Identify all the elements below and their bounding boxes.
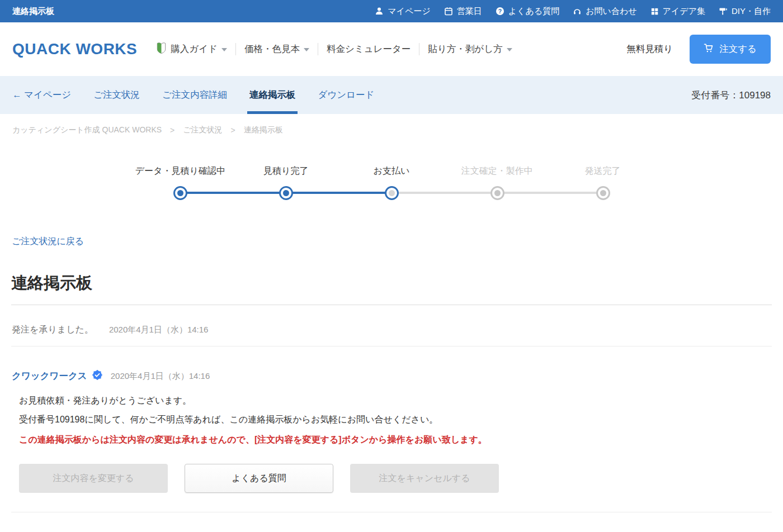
chevron-down-icon xyxy=(221,48,227,51)
change-order-button: 注文内容を変更する xyxy=(19,464,168,493)
message-timestamp: 2020年4月1日（水）14:16 xyxy=(111,371,210,382)
topbar-item-faq[interactable]: ? よくある質問 xyxy=(496,6,559,17)
heading-divider xyxy=(11,305,772,305)
nav-item-fee-simulator[interactable]: 料金シミュレーター xyxy=(327,43,411,55)
topbar-item-mypage[interactable]: マイページ xyxy=(375,6,430,17)
stepper-connector xyxy=(286,192,392,194)
step-node-done-1 xyxy=(173,186,187,200)
breadcrumb-separator: > xyxy=(170,126,174,135)
message-author-row: クワックワークス 2020年4月1日（水）14:16 xyxy=(12,370,783,382)
nav-divider xyxy=(235,43,236,55)
nav-item-label: 貼り方・剥がし方 xyxy=(428,43,502,55)
chevron-down-icon xyxy=(304,48,309,51)
system-message-text: 発注を承りました。 xyxy=(12,324,93,336)
topbar-menu: マイページ 営業日 ? よくある質問 お問い合わせ アイデア集 DIY・自作 xyxy=(375,6,771,17)
order-number: 受付番号：109198 xyxy=(691,76,771,114)
breadcrumb-separator: > xyxy=(231,126,235,135)
stepper-labels: データ・見積り確認中 見積り完了 お支払い 注文確定・製作中 発送完了 xyxy=(128,165,655,177)
question-icon: ? xyxy=(496,7,504,16)
nav-item-label: 価格・色見本 xyxy=(244,43,300,55)
topbar-item-label: マイページ xyxy=(388,6,430,17)
subnav-back-mypage[interactable]: ← マイページ xyxy=(12,76,71,114)
topbar-item-diy[interactable]: DIY・自作 xyxy=(719,6,771,17)
step-node-pending-1 xyxy=(490,186,504,200)
order-button-label: 注文する xyxy=(719,43,757,55)
faq-button[interactable]: よくある質問 xyxy=(185,464,333,493)
main-header: QUACK WORKS 購入ガイド 価格・色見本 料金シミュレーター 貼り方・剥… xyxy=(0,22,783,76)
message-body: お見積依頼・発注ありがとうございます。 受付番号109198に関して、何かご不明… xyxy=(19,391,783,429)
message-author[interactable]: クワックワークス xyxy=(12,370,87,382)
calendar-icon xyxy=(444,7,453,16)
topbar-page-title: 連絡掲示板 xyxy=(12,6,54,17)
page-title: 連絡掲示板 xyxy=(11,272,783,294)
step-label-data-quote-check: データ・見積り確認中 xyxy=(128,165,233,177)
tab-order-status[interactable]: ご注文状況 xyxy=(93,76,140,114)
user-icon xyxy=(375,7,384,16)
top-utility-bar: 連絡掲示板 マイページ 営業日 ? よくある質問 お問い合わせ アイデア集 DI… xyxy=(0,0,783,22)
step-label-payment: お支払い xyxy=(339,165,445,177)
breadcrumb-current: 連絡掲示板 xyxy=(244,125,283,135)
cart-icon xyxy=(704,43,714,55)
system-message: 発注を承りました。 2020年4月1日（水）14:16 xyxy=(12,324,783,336)
message-line-2: 受付番号109198に関して、何かご不明点等あれば、この連絡掲示板からお気軽にお… xyxy=(19,410,783,429)
message-warning-text: この連絡掲示板からは注文内容の変更は承れませんので、[注文内容を変更する]ボタン… xyxy=(19,430,783,449)
message-line-1: お見積依頼・発注ありがとうございます。 xyxy=(19,391,783,410)
action-button-row: 注文内容を変更する よくある質問 注文をキャンセルする xyxy=(19,464,783,493)
topbar-item-label: DIY・自作 xyxy=(732,6,771,17)
tab-download[interactable]: ダウンロード xyxy=(318,76,374,114)
headset-icon xyxy=(573,7,582,16)
order-progress-stepper: データ・見積り確認中 見積り完了 お支払い 注文確定・製作中 発送完了 xyxy=(128,165,655,200)
topbar-item-label: お問い合わせ xyxy=(586,6,636,17)
topbar-item-label: アイデア集 xyxy=(663,6,705,17)
step-node-pending-2 xyxy=(596,186,610,200)
nav-item-label: 購入ガイド xyxy=(171,43,218,55)
nav-item-price-colors[interactable]: 価格・色見本 xyxy=(244,43,309,55)
breadcrumb: カッティングシート作成 QUACK WORKS > ご注文状況 > 連絡掲示板 xyxy=(0,114,783,135)
free-quote-link[interactable]: 無料見積り xyxy=(626,43,673,55)
tab-order-details[interactable]: ご注文内容詳細 xyxy=(162,76,227,114)
system-message-timestamp: 2020年4月1日（水）14:16 xyxy=(109,325,209,335)
subnav-tabs: ← マイページ ご注文状況 ご注文内容詳細 連絡掲示板 ダウンロード xyxy=(12,76,374,114)
topbar-item-label: 営業日 xyxy=(457,6,482,17)
topbar-item-label: よくある質問 xyxy=(508,6,559,17)
nav-item-apply-remove[interactable]: 貼り方・剥がし方 xyxy=(428,43,512,55)
nav-item-label: 料金シミュレーター xyxy=(327,43,411,55)
breadcrumb-order-status[interactable]: ご注文状況 xyxy=(183,125,222,135)
grid-icon xyxy=(650,7,659,16)
nav-divider xyxy=(419,43,419,55)
breadcrumb-home[interactable]: カッティングシート作成 QUACK WORKS xyxy=(12,125,162,135)
message-divider xyxy=(11,346,772,346)
step-label-shipped: 発送完了 xyxy=(550,165,655,177)
step-node-done-2 xyxy=(279,186,293,200)
tab-message-board[interactable]: 連絡掲示板 xyxy=(249,76,296,114)
stepper-connector xyxy=(392,192,497,194)
verified-badge-icon xyxy=(92,370,102,382)
order-button[interactable]: 注文する xyxy=(690,35,771,64)
order-subnav: ← マイページ ご注文状況 ご注文内容詳細 連絡掲示板 ダウンロード 受付番号：… xyxy=(0,76,783,114)
topbar-item-business-days[interactable]: 営業日 xyxy=(444,6,482,17)
topbar-item-contact[interactable]: お問い合わせ xyxy=(573,6,636,17)
beginner-mark-icon xyxy=(156,42,167,56)
header-right: 無料見積り 注文する xyxy=(626,35,771,64)
stepper-connector xyxy=(497,192,603,194)
back-to-order-status-link[interactable]: ご注文状況に戻る xyxy=(12,236,84,248)
step-label-confirmed-production: 注文確定・製作中 xyxy=(444,165,550,177)
main-nav: 購入ガイド 価格・色見本 料金シミュレーター 貼り方・剥がし方 xyxy=(156,42,512,56)
nav-item-purchase-guide[interactable]: 購入ガイド xyxy=(156,42,227,56)
step-node-current xyxy=(385,186,399,200)
stepper-connector xyxy=(180,192,286,194)
stepper-track xyxy=(128,186,655,200)
site-logo[interactable]: QUACK WORKS xyxy=(12,40,137,58)
nav-divider xyxy=(318,43,318,55)
topbar-item-ideas[interactable]: アイデア集 xyxy=(650,6,705,17)
chevron-down-icon xyxy=(507,48,512,51)
paint-roller-icon xyxy=(719,7,728,16)
step-label-quote-complete: 見積り完了 xyxy=(233,165,339,177)
cancel-order-button: 注文をキャンセルする xyxy=(350,464,499,493)
bottom-divider xyxy=(11,512,772,512)
svg-text:?: ? xyxy=(498,8,502,15)
